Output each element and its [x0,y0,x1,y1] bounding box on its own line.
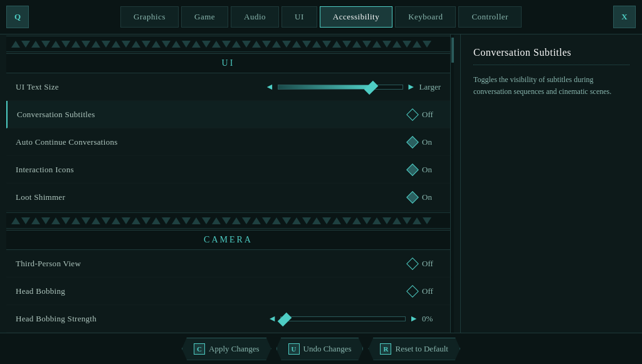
tri-deco [51,41,60,48]
right-panel-divider [473,65,629,65]
ui-text-size-control[interactable]: ◄ ► Larger [265,82,441,92]
toggle-diamond-icon [406,257,419,270]
right-panel-title: Conversation Subtitles [473,47,629,58]
tri-deco [132,41,140,48]
undo-changes-button[interactable]: U Undo Changes [276,338,364,360]
tri-deco [413,41,421,48]
tri-deco [61,217,70,224]
undo-key-indicator: U [288,343,300,355]
tri-deco [423,41,431,48]
toggle-value: On [422,137,441,147]
top-navigation: Q Graphics Game Audio UI Accessibility K… [0,0,642,34]
tri-deco [51,217,60,224]
head-bobbing-strength-control[interactable]: ◄ ► 0% [268,314,441,324]
slider-left-arrow[interactable]: ◄ [268,314,276,324]
setting-label: Third-Person View [16,259,81,269]
tri-deco [31,217,40,224]
tab-keyboard[interactable]: Keyboard [395,6,456,28]
tri-deco [282,217,291,224]
tri-deco [232,217,241,224]
tri-deco [172,217,181,224]
loot-shimmer-control[interactable]: On [408,192,441,202]
tri-deco [242,41,251,48]
tri-deco [212,217,221,224]
tri-deco [403,217,411,224]
tri-deco [212,41,221,48]
setting-loot-shimmer[interactable]: Loot Shimmer On [6,184,450,211]
head-bobbing-control[interactable]: Off [408,286,441,296]
tri-deco [342,217,351,224]
toggle-value: Off [422,110,441,120]
slider-handle[interactable] [278,312,292,326]
auto-continue-control[interactable]: On [408,137,441,147]
tri-deco [132,217,140,224]
tri-deco [41,217,50,224]
setting-label: UI Text Size [16,82,59,92]
tri-deco [152,217,160,224]
tri-deco [252,41,261,48]
tri-deco [41,41,50,48]
tri-deco [352,41,361,48]
slider-right-arrow[interactable]: ► [409,314,418,324]
tri-deco [413,217,421,224]
undo-label: Undo Changes [303,344,352,354]
ui-section-title: UI [213,58,245,68]
setting-head-bobbing[interactable]: Head Bobbing Off [6,278,450,305]
setting-label: Interaction Icons [16,165,74,175]
conversation-subtitles-control[interactable]: Off [408,110,441,120]
tab-ui[interactable]: UI [282,6,317,28]
settings-panel: UI UI Text Size ◄ ► Larger [0,34,460,333]
tri-deco [21,41,30,48]
tri-deco [102,41,110,48]
setting-ui-text-size[interactable]: UI Text Size ◄ ► Larger [6,73,450,101]
nav-corner-x[interactable]: X [613,6,636,28]
tri-deco [403,41,411,48]
slider-left-arrow[interactable]: ◄ [265,82,274,92]
third-person-control[interactable]: Off [408,259,441,269]
reset-default-button[interactable]: R Reset to Default [368,338,460,360]
slider-handle[interactable] [364,80,379,95]
camera-section-header: Camera [6,230,450,250]
toggle-value: Off [422,286,441,296]
apply-changes-button[interactable]: C Apply Changes [182,338,271,360]
tab-controller[interactable]: Controller [458,6,521,28]
tri-deco [142,41,150,48]
tri-deco [142,217,150,224]
interaction-icons-control[interactable]: On [408,165,441,175]
tab-graphics[interactable]: Graphics [120,6,179,28]
tab-accessibility[interactable]: Accessibility [320,6,392,28]
nav-corner-q[interactable]: Q [6,6,29,28]
toggle-value: On [422,165,441,175]
tri-deco [31,41,40,48]
tri-deco [162,41,171,48]
reset-key-indicator: R [380,343,391,355]
setting-head-bobbing-strength[interactable]: Head Bobbing Strength ◄ ► 0% [6,305,450,333]
toggle-diamond-icon [406,164,419,176]
tri-deco [82,217,90,224]
tri-deco [71,41,80,48]
tab-game[interactable]: Game [181,6,228,28]
setting-label: Head Bobbing Strength [16,314,97,324]
setting-third-person-view[interactable]: Third-Person View Off [6,250,450,278]
tri-deco [322,217,331,224]
slider-track[interactable] [280,316,406,321]
toggle-value: On [422,192,441,202]
setting-conversation-subtitles[interactable]: Conversation Subtitles Off [6,101,450,128]
setting-label: Auto Continue Conversations [16,137,118,147]
slider-track[interactable] [278,85,403,90]
scrollbar[interactable] [450,34,454,333]
tri-deco [342,41,351,48]
tri-deco [172,41,181,48]
settings-scroll[interactable]: UI UI Text Size ◄ ► Larger [6,34,450,333]
tri-deco [272,217,281,224]
tri-deco [112,41,120,48]
setting-interaction-icons[interactable]: Interaction Icons On [6,156,450,184]
scrollbar-thumb[interactable] [451,38,454,63]
camera-section-deco [6,212,450,229]
tri-deco [11,217,20,224]
slider-right-arrow[interactable]: ► [407,82,416,92]
tri-deco [262,217,271,224]
setting-auto-continue[interactable]: Auto Continue Conversations On [6,128,450,156]
tri-deco [423,217,431,224]
tab-audio[interactable]: Audio [231,6,279,28]
